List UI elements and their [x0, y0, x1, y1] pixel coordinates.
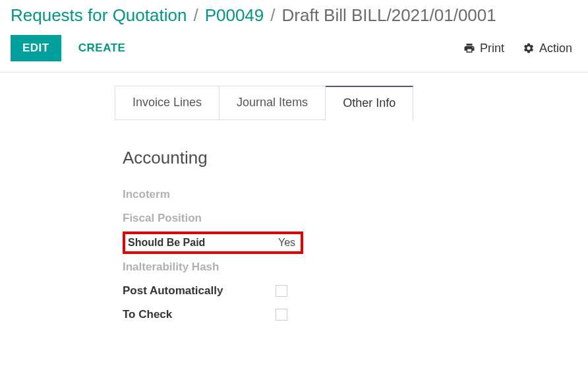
breadcrumb-separator: /: [193, 5, 198, 26]
breadcrumb: Requests for Quotation / P00049 / Draft …: [11, 5, 577, 32]
checkbox-post-automatically[interactable]: [276, 285, 287, 297]
section-title-accounting: Accounting: [123, 148, 564, 168]
highlight-should-be-paid: Should Be Paid Yes: [123, 232, 303, 254]
field-incoterm: Incoterm: [123, 183, 564, 206]
label-should-be-paid: Should Be Paid: [125, 237, 278, 249]
label-to-check: To Check: [123, 308, 276, 321]
label-inalterability-hash: Inalterability Hash: [123, 261, 276, 274]
print-button[interactable]: Print: [463, 42, 504, 55]
gear-icon: [523, 42, 535, 54]
edit-button[interactable]: EDIT: [11, 35, 61, 61]
value-should-be-paid: Yes: [278, 237, 295, 249]
label-fiscal-position: Fiscal Position: [123, 212, 276, 225]
breadcrumb-root[interactable]: Requests for Quotation: [11, 5, 187, 26]
tab-content-other-info: Accounting Incoterm Fiscal Position Shou…: [115, 120, 572, 327]
tab-other-info[interactable]: Other Info: [326, 86, 413, 120]
label-post-automatically: Post Automatically: [123, 284, 276, 297]
main-content: Invoice Lines Journal Items Other Info A…: [99, 73, 588, 340]
tab-journal-items[interactable]: Journal Items: [220, 86, 326, 120]
breadcrumb-po[interactable]: P00049: [205, 5, 264, 26]
create-button[interactable]: CREATE: [78, 42, 126, 55]
field-inalterability-hash: Inalterability Hash: [123, 255, 564, 279]
label-incoterm: Incoterm: [123, 188, 276, 201]
sidebar-spacer: [0, 73, 99, 340]
field-post-automatically: Post Automatically: [123, 279, 564, 303]
tab-invoice-lines[interactable]: Invoice Lines: [115, 86, 220, 120]
print-label: Print: [480, 42, 504, 55]
breadcrumb-current: Draft Bill BILL/2021/01/0001: [282, 5, 496, 26]
tabs: Invoice Lines Journal Items Other Info: [115, 86, 572, 120]
field-to-check: To Check: [123, 303, 564, 327]
checkbox-to-check[interactable]: [276, 309, 287, 321]
field-fiscal-position: Fiscal Position: [123, 206, 564, 230]
print-icon: [463, 42, 475, 54]
breadcrumb-separator: /: [270, 5, 275, 26]
action-label: Action: [539, 42, 572, 55]
toolbar: EDIT CREATE Print Action: [11, 32, 577, 72]
action-button[interactable]: Action: [523, 42, 572, 55]
